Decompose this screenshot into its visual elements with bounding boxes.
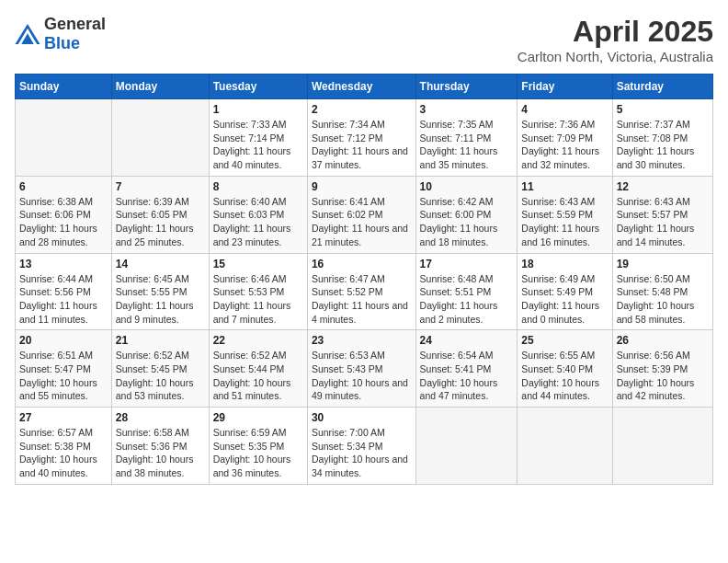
day-info: Sunrise: 7:33 AMSunset: 7:14 PMDaylight:… — [213, 118, 303, 172]
logo-blue: Blue — [44, 34, 80, 52]
calendar-table: SundayMondayTuesdayWednesdayThursdayFrid… — [15, 74, 713, 485]
header-day-saturday: Saturday — [612, 75, 712, 99]
page-title: April 2025 — [518, 15, 713, 49]
calendar-cell: 19Sunrise: 6:50 AMSunset: 5:48 PMDayligh… — [612, 253, 712, 330]
day-info: Sunrise: 7:35 AMSunset: 7:11 PMDaylight:… — [420, 118, 514, 172]
header-day-thursday: Thursday — [415, 75, 518, 99]
page-subtitle: Carlton North, Victoria, Australia — [518, 49, 713, 64]
calendar-header: SundayMondayTuesdayWednesdayThursdayFrid… — [16, 75, 713, 99]
day-info: Sunrise: 6:58 AMSunset: 5:36 PMDaylight:… — [116, 426, 205, 480]
calendar-cell: 5Sunrise: 7:37 AMSunset: 7:08 PMDaylight… — [612, 99, 712, 177]
calendar-cell: 10Sunrise: 6:42 AMSunset: 6:00 PMDayligh… — [415, 176, 518, 253]
day-info: Sunrise: 6:43 AMSunset: 5:59 PMDaylight:… — [521, 195, 608, 249]
calendar-cell: 12Sunrise: 6:43 AMSunset: 5:57 PMDayligh… — [612, 176, 712, 253]
calendar-cell: 22Sunrise: 6:52 AMSunset: 5:44 PMDayligh… — [209, 330, 307, 408]
logo-text: General Blue — [44, 15, 106, 53]
day-number: 23 — [312, 334, 412, 347]
title-block: April 2025 Carlton North, Victoria, Aust… — [518, 15, 713, 64]
day-number: 7 — [116, 180, 205, 193]
day-number: 19 — [617, 258, 709, 270]
day-info: Sunrise: 6:54 AMSunset: 5:41 PMDaylight:… — [420, 349, 514, 403]
calendar-cell: 30Sunrise: 7:00 AMSunset: 5:34 PMDayligh… — [307, 408, 415, 485]
day-number: 12 — [617, 180, 709, 193]
day-info: Sunrise: 6:45 AMSunset: 5:55 PMDaylight:… — [116, 272, 205, 327]
day-info: Sunrise: 6:38 AMSunset: 6:06 PMDaylight:… — [19, 195, 108, 249]
day-info: Sunrise: 7:34 AMSunset: 7:12 PMDaylight:… — [312, 118, 412, 172]
calendar-cell: 17Sunrise: 6:48 AMSunset: 5:51 PMDayligh… — [415, 253, 518, 330]
day-info: Sunrise: 6:53 AMSunset: 5:43 PMDaylight:… — [312, 349, 412, 403]
day-info: Sunrise: 6:57 AMSunset: 5:38 PMDaylight:… — [19, 426, 108, 480]
day-info: Sunrise: 6:39 AMSunset: 6:05 PMDaylight:… — [116, 195, 205, 249]
calendar-cell: 18Sunrise: 6:49 AMSunset: 5:49 PMDayligh… — [518, 253, 612, 330]
calendar-cell: 7Sunrise: 6:39 AMSunset: 6:05 PMDaylight… — [111, 176, 209, 253]
day-number: 24 — [420, 334, 514, 347]
day-number: 1 — [213, 103, 303, 116]
week-row-2: 6Sunrise: 6:38 AMSunset: 6:06 PMDaylight… — [16, 176, 713, 253]
day-info: Sunrise: 6:42 AMSunset: 6:00 PMDaylight:… — [420, 195, 514, 249]
day-info: Sunrise: 6:41 AMSunset: 6:02 PMDaylight:… — [312, 195, 412, 249]
calendar-cell: 25Sunrise: 6:55 AMSunset: 5:40 PMDayligh… — [518, 330, 612, 408]
calendar-cell: 24Sunrise: 6:54 AMSunset: 5:41 PMDayligh… — [415, 330, 518, 408]
day-info: Sunrise: 7:36 AMSunset: 7:09 PMDaylight:… — [521, 118, 608, 172]
header-day-tuesday: Tuesday — [209, 75, 307, 99]
day-number: 2 — [312, 103, 412, 116]
day-number: 18 — [521, 258, 608, 270]
calendar-cell: 14Sunrise: 6:45 AMSunset: 5:55 PMDayligh… — [111, 253, 209, 330]
day-number: 10 — [420, 180, 514, 193]
calendar-cell: 26Sunrise: 6:56 AMSunset: 5:39 PMDayligh… — [612, 330, 712, 408]
calendar-cell: 15Sunrise: 6:46 AMSunset: 5:53 PMDayligh… — [209, 253, 307, 330]
day-info: Sunrise: 6:56 AMSunset: 5:39 PMDaylight:… — [617, 349, 709, 403]
week-row-4: 20Sunrise: 6:51 AMSunset: 5:47 PMDayligh… — [16, 330, 713, 408]
day-number: 9 — [312, 180, 412, 193]
calendar-cell: 20Sunrise: 6:51 AMSunset: 5:47 PMDayligh… — [16, 330, 112, 408]
day-info: Sunrise: 6:48 AMSunset: 5:51 PMDaylight:… — [420, 272, 514, 327]
day-info: Sunrise: 6:51 AMSunset: 5:47 PMDaylight:… — [19, 349, 108, 403]
day-number: 5 — [617, 103, 709, 116]
day-number: 13 — [19, 258, 108, 270]
calendar-cell: 16Sunrise: 6:47 AMSunset: 5:52 PMDayligh… — [307, 253, 415, 330]
header-day-monday: Monday — [111, 75, 209, 99]
day-number: 8 — [213, 180, 303, 193]
day-info: Sunrise: 7:37 AMSunset: 7:08 PMDaylight:… — [617, 118, 709, 172]
day-info: Sunrise: 6:52 AMSunset: 5:44 PMDaylight:… — [213, 349, 303, 403]
calendar-cell: 9Sunrise: 6:41 AMSunset: 6:02 PMDaylight… — [307, 176, 415, 253]
page-header: General Blue April 2025 Carlton North, V… — [15, 15, 713, 64]
calendar-cell — [111, 99, 209, 177]
calendar-cell: 27Sunrise: 6:57 AMSunset: 5:38 PMDayligh… — [16, 408, 112, 485]
calendar-cell: 4Sunrise: 7:36 AMSunset: 7:09 PMDaylight… — [518, 99, 612, 177]
calendar-cell: 3Sunrise: 7:35 AMSunset: 7:11 PMDaylight… — [415, 99, 518, 177]
calendar-cell: 8Sunrise: 6:40 AMSunset: 6:03 PMDaylight… — [209, 176, 307, 253]
calendar-cell: 23Sunrise: 6:53 AMSunset: 5:43 PMDayligh… — [307, 330, 415, 408]
logo-general: General — [44, 15, 106, 33]
day-info: Sunrise: 6:49 AMSunset: 5:49 PMDaylight:… — [521, 272, 608, 327]
header-day-wednesday: Wednesday — [307, 75, 415, 99]
day-info: Sunrise: 6:40 AMSunset: 6:03 PMDaylight:… — [213, 195, 303, 249]
day-number: 11 — [521, 180, 608, 193]
calendar-cell: 28Sunrise: 6:58 AMSunset: 5:36 PMDayligh… — [111, 408, 209, 485]
calendar-cell — [612, 408, 712, 485]
calendar-cell: 29Sunrise: 6:59 AMSunset: 5:35 PMDayligh… — [209, 408, 307, 485]
logo: General Blue — [15, 15, 106, 53]
day-info: Sunrise: 7:00 AMSunset: 5:34 PMDaylight:… — [312, 426, 412, 480]
day-number: 15 — [213, 258, 303, 270]
calendar-body: 1Sunrise: 7:33 AMSunset: 7:14 PMDaylight… — [16, 99, 713, 485]
header-day-sunday: Sunday — [16, 75, 112, 99]
day-info: Sunrise: 6:44 AMSunset: 5:56 PMDaylight:… — [19, 272, 108, 327]
day-number: 21 — [116, 334, 205, 347]
day-info: Sunrise: 6:43 AMSunset: 5:57 PMDaylight:… — [617, 195, 709, 249]
calendar-cell — [518, 408, 612, 485]
day-number: 27 — [19, 411, 108, 424]
calendar-cell: 1Sunrise: 7:33 AMSunset: 7:14 PMDaylight… — [209, 99, 307, 177]
day-number: 6 — [19, 180, 108, 193]
day-number: 3 — [420, 103, 514, 116]
day-info: Sunrise: 6:47 AMSunset: 5:52 PMDaylight:… — [312, 272, 412, 327]
calendar-cell: 13Sunrise: 6:44 AMSunset: 5:56 PMDayligh… — [16, 253, 112, 330]
day-number: 17 — [420, 258, 514, 270]
week-row-1: 1Sunrise: 7:33 AMSunset: 7:14 PMDaylight… — [16, 99, 713, 177]
week-row-3: 13Sunrise: 6:44 AMSunset: 5:56 PMDayligh… — [16, 253, 713, 330]
day-number: 16 — [312, 258, 412, 270]
header-row: SundayMondayTuesdayWednesdayThursdayFrid… — [16, 75, 713, 99]
calendar-cell: 11Sunrise: 6:43 AMSunset: 5:59 PMDayligh… — [518, 176, 612, 253]
week-row-5: 27Sunrise: 6:57 AMSunset: 5:38 PMDayligh… — [16, 408, 713, 485]
day-info: Sunrise: 6:46 AMSunset: 5:53 PMDaylight:… — [213, 272, 303, 327]
